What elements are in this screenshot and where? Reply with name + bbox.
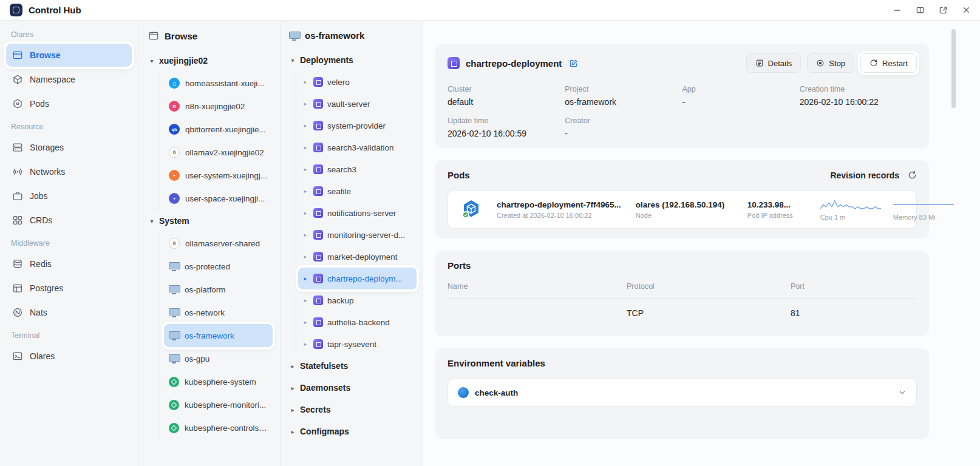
namespace-item-os-network[interactable]: os-network [164, 301, 273, 324]
field-cluster: Cluster default [447, 85, 565, 107]
titlebar: Control Hub [0, 0, 980, 21]
sidebar-item-crds[interactable]: CRDs [6, 209, 132, 232]
caret-right-icon [302, 101, 309, 107]
ports-col-port: Port [791, 282, 917, 291]
deployment-item-market-deployment[interactable]: market-deployment [298, 246, 417, 268]
cpu-sparkline [820, 198, 881, 211]
chevron-down-icon[interactable] [898, 388, 907, 397]
namespace-item-kubesphere-monitoring[interactable]: kubesphere-monitori... [164, 393, 273, 416]
section-daemonsets[interactable]: Daemonsets [287, 377, 417, 399]
deployment-icon [313, 186, 323, 196]
resource-panel-title: os-framework [305, 30, 364, 41]
sidebar-item-namespace[interactable]: Namespace [6, 68, 132, 91]
sidebar-item-label: Nats [30, 308, 47, 317]
deployment-item-vault-server[interactable]: vault-server [298, 93, 417, 115]
namespace-item-n8n[interactable]: n8n-xuejingjie02 [164, 95, 273, 118]
env-item-check-auth[interactable]: check-auth [447, 379, 917, 407]
edit-icon[interactable] [569, 59, 578, 68]
pod-created-at: Created at 2026-02-10 16:00:22 [497, 212, 621, 219]
caret-down-icon [148, 218, 155, 225]
postgres-icon [12, 283, 23, 294]
sidebar-item-postgres[interactable]: Postgres [6, 277, 132, 300]
pod-name: chartrepo-deployment-7ff4965... [497, 200, 621, 209]
namespace-item-os-gpu[interactable]: os-gpu [164, 347, 273, 370]
ports-col-protocol: Protocol [627, 282, 791, 291]
namespace-item-ollamaserver-shared[interactable]: ollamaserver-shared [164, 232, 273, 255]
deployment-icon [313, 99, 323, 109]
caret-right-icon [289, 428, 296, 435]
namespace-item-kubesphere-controls[interactable]: kubesphere-controls-... [164, 416, 273, 439]
namespace-item-qbittorrent[interactable]: qbittorrent-xuejingjie... [164, 118, 273, 141]
tree-group-xuejingjie02[interactable]: xuejingjie02 [146, 50, 273, 72]
refresh-icon[interactable] [908, 171, 917, 180]
minimize-button[interactable] [891, 5, 902, 16]
deployment-icon [313, 230, 323, 240]
close-button[interactable] [961, 5, 971, 16]
qbittorrent-icon [169, 124, 180, 135]
section-statefulsets[interactable]: Statefulsets [287, 355, 417, 377]
scrollbar[interactable] [951, 29, 956, 108]
deployment-icon [313, 208, 323, 218]
namespace-item-kubesphere-system[interactable]: kubesphere-system [164, 370, 273, 393]
workload-title: chartrepo-deployment [466, 58, 562, 69]
sidebar-item-label: CRDs [30, 215, 52, 225]
sidebar-item-storages[interactable]: Storages [6, 136, 132, 159]
section-label: Configmaps [300, 427, 349, 436]
sidebar: Olares Browse Namespace Pods Resource St… [0, 21, 138, 466]
redis-icon [12, 258, 23, 269]
sidebar-item-label: Jobs [30, 191, 48, 201]
deployment-item-velero[interactable]: velero [298, 71, 417, 93]
namespace-item-user-space[interactable]: user-space-xuejingji... [164, 187, 273, 210]
deployment-item-backup[interactable]: backup [298, 289, 417, 311]
deployment-item-authelia-backend[interactable]: authelia-backend [298, 311, 417, 333]
sidebar-item-nats[interactable]: Nats [6, 301, 132, 324]
tree-group-system[interactable]: System [146, 210, 273, 232]
section-secrets[interactable]: Secrets [287, 399, 417, 420]
deployment-item-seafile[interactable]: seafile [298, 180, 417, 202]
deployment-item-tapr-sysevent[interactable]: tapr-sysevent [298, 333, 417, 355]
namespace-item-homeassistant[interactable]: homeassistant-xueji... [164, 72, 273, 95]
sidebar-item-browse[interactable]: Browse [6, 44, 132, 67]
sidebar-item-networks[interactable]: Networks [6, 160, 132, 183]
stop-button[interactable]: Stop [807, 53, 854, 73]
section-deployments[interactable]: Deployments [287, 49, 417, 71]
port-port-cell: 81 [791, 308, 917, 318]
namespace-item-os-framework[interactable]: os-framework [164, 324, 273, 347]
open-external-button[interactable] [937, 5, 948, 16]
deployment-icon [313, 339, 323, 349]
namespace-item-os-protected[interactable]: os-protected [164, 255, 273, 278]
sidebar-item-jobs[interactable]: Jobs [6, 184, 132, 208]
sidebar-item-pods[interactable]: Pods [6, 92, 132, 115]
caret-right-icon [302, 232, 309, 238]
sidebar-item-redis[interactable]: Redis [6, 252, 132, 275]
pod-row[interactable]: chartrepo-deployment-7ff4965... Created … [447, 190, 917, 229]
app-title: Control Hub [29, 5, 81, 15]
kubesphere-icon [169, 377, 179, 387]
nats-icon [12, 307, 23, 318]
namespace-item-ollamav2[interactable]: ollamav2-xuejingjie02 [164, 141, 273, 164]
app-window: Control Hub Olares Browse Namespace Pods [0, 0, 980, 466]
networks-icon [12, 166, 23, 177]
revision-records-link[interactable]: Revision records [830, 171, 899, 180]
deployment-item-notifications-server[interactable]: notifications-server [298, 202, 417, 224]
details-button[interactable]: Details [746, 53, 801, 73]
deployment-icon [313, 143, 323, 152]
namespace-item-user-system[interactable]: user-system-xuejingj... [164, 164, 273, 187]
sidebar-section-olares: Olares [11, 30, 127, 39]
section-label: Secrets [300, 405, 331, 414]
sidebar-item-label: Pods [30, 99, 49, 109]
namespace-item-os-platform[interactable]: os-platform [164, 278, 273, 301]
deployment-item-chartrepo-deployment[interactable]: chartrepo-deploym... [298, 268, 417, 289]
deployment-item-system-provider[interactable]: system-provider [298, 115, 417, 137]
deployment-item-search3-validation[interactable]: search3-validation [298, 137, 417, 158]
deployment-item-search3[interactable]: search3 [298, 158, 417, 180]
deployment-item-monitoring-server[interactable]: monitoring-server-d... [298, 224, 417, 246]
maximize-button[interactable] [914, 5, 925, 16]
pod-cpu: Cpu 1 m [820, 198, 879, 221]
restart-button[interactable]: Restart [860, 53, 917, 73]
pods-icon [12, 98, 23, 109]
section-configmaps[interactable]: Configmaps [287, 420, 417, 442]
resource-panel: os-framework Deployments velero vault-se… [281, 21, 423, 466]
sidebar-item-terminal-olares[interactable]: Olares [6, 345, 132, 368]
deployment-icon [313, 121, 323, 130]
